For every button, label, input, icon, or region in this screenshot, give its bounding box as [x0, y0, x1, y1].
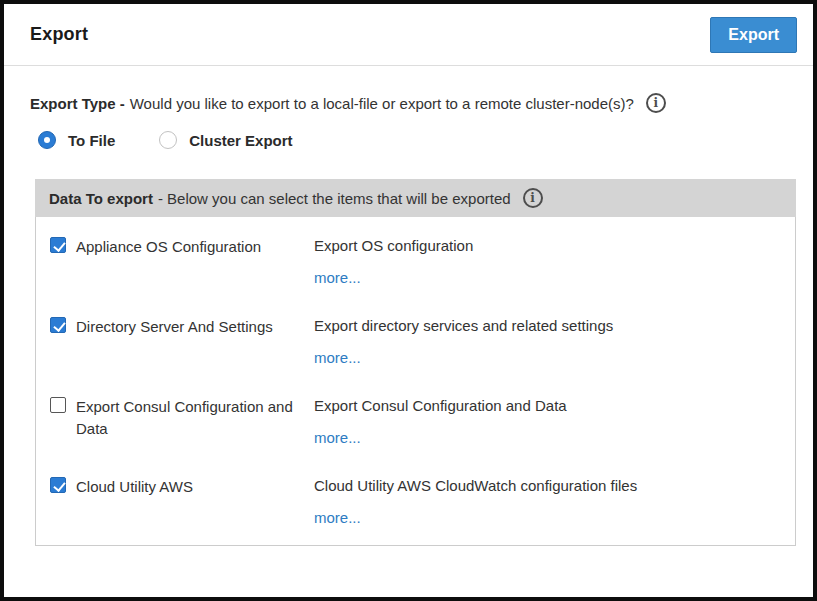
export-item-row-consul: Export Consul Configuration and Data Exp…	[36, 379, 795, 459]
data-to-export-section: Data To export - Below you can select th…	[35, 179, 796, 546]
checkbox[interactable]	[50, 477, 66, 493]
more-link[interactable]: more...	[314, 269, 361, 286]
radio-option-cluster-export[interactable]: Cluster Export	[159, 131, 292, 149]
export-item-label[interactable]: Appliance OS Configuration	[76, 236, 298, 258]
radio-button[interactable]	[38, 131, 56, 149]
export-type-options: To File Cluster Export	[38, 131, 787, 149]
export-item-description-col: Export directory services and related se…	[308, 316, 781, 367]
export-type-question-text: Would you like to export to a local-file…	[130, 95, 634, 112]
export-item-row-directory-server: Directory Server And Settings Export dir…	[36, 299, 795, 379]
checkbox[interactable]	[50, 317, 66, 333]
export-item-label[interactable]: Directory Server And Settings	[76, 316, 298, 338]
data-to-export-subtitle: - Below you can select the items that wi…	[158, 190, 511, 207]
export-item-label[interactable]: Export Consul Configuration and Data	[76, 396, 298, 440]
data-to-export-header: Data To export - Below you can select th…	[35, 179, 796, 217]
radio-label: To File	[68, 132, 115, 149]
radio-option-to-file[interactable]: To File	[38, 131, 115, 149]
export-item-description: Export Consul Configuration and Data	[314, 396, 781, 416]
page-title: Export	[30, 24, 88, 45]
more-link[interactable]: more...	[314, 509, 361, 526]
export-type-label: Export Type -	[30, 95, 125, 112]
export-button[interactable]: Export	[710, 17, 797, 53]
export-item-label[interactable]: Cloud Utility AWS	[76, 476, 298, 498]
checkbox[interactable]	[50, 397, 66, 413]
export-type-section: Export Type - Would you like to export t…	[4, 66, 813, 149]
data-to-export-label: Data To export	[49, 190, 153, 207]
more-link[interactable]: more...	[314, 349, 361, 366]
export-item-row-appliance-os: Appliance OS Configuration Export OS con…	[36, 219, 795, 299]
export-item-description: Export directory services and related se…	[314, 316, 781, 336]
info-icon[interactable]	[523, 188, 543, 208]
panel-header: Export Export	[4, 4, 813, 66]
radio-label: Cluster Export	[189, 132, 292, 149]
checkbox[interactable]	[50, 237, 66, 253]
more-link[interactable]: more...	[314, 429, 361, 446]
export-item-description-col: Cloud Utility AWS CloudWatch configurati…	[308, 476, 781, 527]
info-icon[interactable]	[646, 93, 666, 113]
export-items-list: Appliance OS Configuration Export OS con…	[35, 217, 796, 546]
radio-button[interactable]	[159, 131, 177, 149]
export-item-description: Export OS configuration	[314, 236, 781, 256]
export-panel: Export Export Export Type - Would you li…	[0, 0, 817, 601]
export-item-description: Cloud Utility AWS CloudWatch configurati…	[314, 476, 781, 496]
export-type-question: Export Type - Would you like to export t…	[30, 93, 787, 113]
export-item-row-cloud-utility-aws: Cloud Utility AWS Cloud Utility AWS Clou…	[36, 459, 795, 539]
export-item-description-col: Export OS configuration more...	[308, 236, 781, 287]
export-item-description-col: Export Consul Configuration and Data mor…	[308, 396, 781, 447]
